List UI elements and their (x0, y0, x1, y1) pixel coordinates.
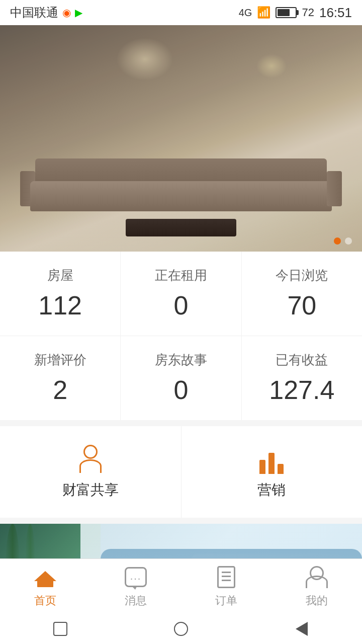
order-icon (214, 565, 238, 589)
nav-profile-label: 我的 (306, 593, 328, 608)
hero-banner (0, 25, 362, 252)
action-wealth-label: 财富共享 (62, 480, 119, 500)
message-shape (125, 567, 147, 587)
action-wealth-share[interactable]: 财富共享 (0, 426, 182, 518)
user-shape (306, 566, 328, 588)
battery-fill (278, 9, 290, 16)
nav-home-label: 首页 (34, 593, 56, 608)
status-carrier: 中国联通 ◉ ▶ (10, 5, 82, 21)
stat-reviews-value: 2 (53, 375, 67, 405)
action-marketing-label: 营销 (257, 480, 286, 500)
nav-orders[interactable]: 订单 (181, 559, 272, 614)
user-icon (305, 565, 329, 589)
stats-row-2: 新增评价 2 房东故事 0 已有收益 127.4 (0, 336, 362, 420)
sys-home-button[interactable] (172, 620, 190, 638)
stat-renting[interactable]: 正在租用 0 (121, 252, 241, 336)
bar-3 (278, 464, 284, 474)
stat-houses[interactable]: 房屋 112 (0, 252, 121, 336)
stat-houses-label: 房屋 (47, 267, 73, 284)
bottom-nav: 首页 消息 订单 我的 (0, 558, 362, 614)
circle-icon (174, 622, 188, 636)
stat-reviews-label: 新增评价 (34, 351, 86, 369)
chart-icon (256, 444, 287, 474)
stat-renting-value: 0 (174, 290, 189, 320)
system-nav-bar (0, 614, 362, 644)
stat-views[interactable]: 今日浏览 70 (242, 252, 362, 336)
carrier-logo-green: ▶ (75, 7, 82, 19)
stat-reviews[interactable]: 新增评价 2 (0, 336, 121, 420)
dot-2[interactable] (345, 237, 352, 245)
stat-stories-value: 0 (174, 375, 189, 405)
home-icon (33, 565, 57, 589)
stats-row-1: 房屋 112 正在租用 0 今日浏览 70 (0, 252, 362, 336)
stat-stories-label: 房东故事 (155, 351, 207, 369)
triangle-icon (296, 622, 308, 636)
signal-text: 4G (239, 7, 252, 19)
nav-orders-label: 订单 (215, 593, 237, 608)
nav-messages-label: 消息 (125, 593, 147, 608)
sofa-back (35, 158, 327, 184)
stat-renting-label: 正在租用 (155, 267, 207, 284)
actions-section: 财富共享 营销 (0, 426, 362, 518)
carousel-dots (334, 237, 352, 245)
stats-section: 房屋 112 正在租用 0 今日浏览 70 新增评价 2 房东故事 0 已有收益… (0, 252, 362, 420)
stat-views-label: 今日浏览 (276, 267, 328, 284)
hero-overlay (0, 25, 362, 252)
stat-income-label: 已有收益 (276, 351, 328, 369)
person-silhouette (76, 445, 105, 474)
action-marketing[interactable]: 营销 (182, 426, 363, 518)
dot-1[interactable] (334, 237, 341, 245)
status-right: 4G 📶 72 16:51 (239, 5, 352, 21)
carrier-text: 中国联通 (10, 5, 58, 21)
stat-stories[interactable]: 房东故事 0 (121, 336, 241, 420)
sys-back-button[interactable] (51, 620, 69, 638)
sofa-body (30, 181, 332, 211)
person-icon (75, 444, 106, 474)
carrier-logo-orange: ◉ (62, 7, 71, 19)
stat-houses-value: 112 (38, 290, 82, 320)
sofa-arm-right (327, 171, 342, 206)
nav-profile[interactable]: 我的 (272, 559, 362, 614)
home-shape (34, 567, 56, 587)
battery-icon (276, 7, 297, 18)
stat-views-value: 70 (287, 290, 316, 320)
signal-bars-icon: 📶 (257, 6, 270, 19)
sofa-area (20, 146, 342, 211)
time-display: 16:51 (319, 5, 352, 21)
bar-1 (259, 460, 265, 474)
nav-home[interactable]: 首页 (0, 559, 90, 614)
message-icon (124, 565, 148, 589)
battery-level: 72 (302, 6, 314, 19)
sys-recent-button[interactable] (293, 620, 311, 638)
order-shape (217, 566, 235, 588)
coffee-table (126, 219, 236, 236)
chart-bars (257, 445, 286, 474)
nav-messages[interactable]: 消息 (90, 559, 181, 614)
stat-income-value: 127.4 (269, 375, 334, 405)
bar-2 (268, 453, 275, 474)
stat-income[interactable]: 已有收益 127.4 (242, 336, 362, 420)
status-bar: 中国联通 ◉ ▶ 4G 📶 72 16:51 (0, 0, 362, 25)
square-icon (53, 622, 67, 636)
